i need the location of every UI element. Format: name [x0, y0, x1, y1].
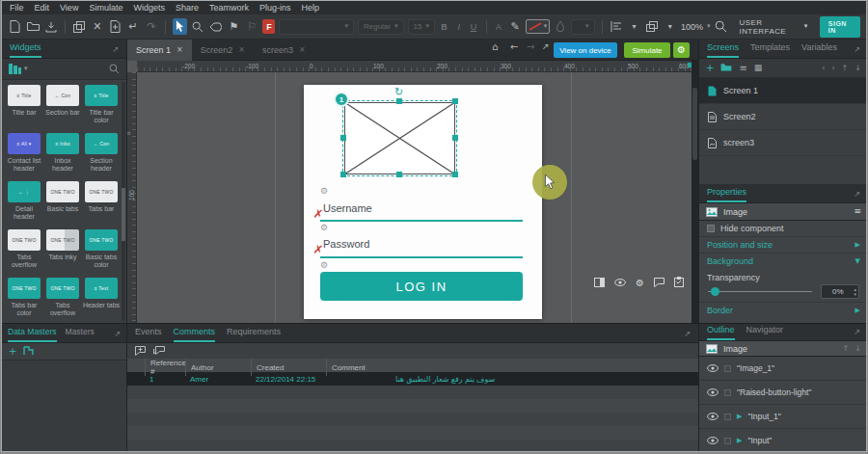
widget-item[interactable]: ≡ InboInbox header	[43, 130, 82, 178]
login-button[interactable]: LOG IN	[320, 272, 523, 301]
hide-component-checkbox[interactable]	[707, 225, 715, 232]
tab-screens[interactable]: Screens	[707, 42, 739, 58]
widgets-scrollbar[interactable]	[122, 82, 125, 321]
font-badge-icon[interactable]: F	[262, 19, 275, 34]
sign-in-button[interactable]: SIGN IN	[820, 16, 860, 38]
requirements-clipboard-icon[interactable]	[674, 277, 684, 289]
simulate-settings-button[interactable]: ⚙	[673, 42, 690, 58]
duplicate-icon[interactable]	[72, 18, 87, 35]
resize-handle-ne[interactable]	[452, 98, 458, 104]
tab-screen-2[interactable]: Screen2×	[192, 40, 254, 61]
password-field[interactable]: Password	[323, 238, 369, 250]
tab-outline[interactable]: Outline	[707, 325, 735, 340]
open-folder-icon[interactable]	[26, 18, 41, 35]
widget-category-select[interactable]: ▾	[9, 64, 28, 74]
fill-color-icon[interactable]	[554, 18, 568, 35]
italic-button[interactable]: I	[453, 19, 464, 34]
resize-handle-w[interactable]	[340, 135, 346, 141]
text-color-button[interactable]: A	[493, 19, 503, 34]
widget-item[interactable]: ONE TWOTabs overflow	[5, 227, 43, 275]
delete-icon[interactable]: ✕	[91, 18, 105, 35]
prev-screen-icon[interactable]: ‹	[822, 65, 825, 72]
arrange-caret-icon[interactable]: ▾	[663, 18, 677, 35]
tab-templates[interactable]: Templates	[750, 42, 790, 58]
comment-row[interactable]: 1 Amer 22/12/2014 22:15 سوف يتم رفع شعار…	[127, 372, 698, 386]
home-icon[interactable]: ⌂	[492, 42, 498, 52]
widget-item[interactable]: ONE TWOTabs inky	[43, 227, 82, 275]
resize-handle-s[interactable]	[396, 172, 402, 177]
outline-item[interactable]: ▶ "Input"	[699, 429, 867, 452]
add-folder-button[interactable]	[720, 63, 732, 73]
widget-item[interactable]: ← ConSection bar	[43, 82, 82, 130]
search-icon[interactable]	[715, 18, 728, 35]
move-down-icon[interactable]: ↓	[854, 65, 861, 72]
back-icon[interactable]: ←	[510, 42, 518, 52]
section-background[interactable]: Background ▼	[699, 253, 867, 269]
outline-item[interactable]: ▶ "Input_1"	[699, 405, 867, 429]
show-comments-icon[interactable]	[153, 342, 165, 360]
zoom-level-select[interactable]: 100% ▾	[681, 22, 711, 32]
eraser-icon[interactable]	[208, 18, 223, 35]
zoom-tool-icon[interactable]	[191, 18, 205, 35]
widget-item[interactable]: ONE TWOTabs overflow	[43, 275, 82, 323]
expand-item-icon[interactable]: ▶	[737, 414, 742, 420]
section-position-and-size[interactable]: Position and size ▶	[699, 236, 867, 253]
widget-item[interactable]: ≡ TitleTitle bar color	[82, 82, 121, 130]
tab-variables[interactable]: Variables	[801, 42, 837, 58]
menu-edit[interactable]: Edit	[35, 3, 50, 13]
resize-handle-e[interactable]	[452, 135, 458, 141]
tab-events[interactable]: Events	[135, 327, 162, 342]
resize-handle-sw[interactable]	[340, 172, 346, 177]
rotate-handle-icon[interactable]: ↻	[394, 87, 403, 97]
tab-navigator[interactable]: Navigator	[746, 325, 784, 340]
menu-plugins[interactable]: Plug-ins	[259, 3, 291, 13]
widget-item[interactable]: ← ConSection header	[82, 130, 121, 178]
component-menu-icon[interactable]: ≡	[854, 207, 861, 216]
widget-item[interactable]: ≡ TextHeader tabs	[82, 275, 121, 323]
screen-list-item[interactable]: screen3	[699, 130, 867, 156]
close-tab-icon[interactable]: ×	[299, 46, 306, 54]
tab-data-masters[interactable]: Data Masters	[8, 327, 57, 342]
shared-flag-icon[interactable]: ⚐	[245, 18, 259, 35]
canvas-vertical-scrollbar[interactable]	[692, 61, 698, 323]
eye-icon[interactable]	[614, 278, 626, 288]
fill-color-select[interactable]: ▾	[571, 19, 594, 35]
screen-list-item[interactable]: Screen 1	[699, 78, 867, 104]
popout-icon[interactable]: ↗	[542, 42, 550, 51]
tab-requirements[interactable]: Requirements	[227, 327, 281, 342]
menu-view[interactable]: View	[60, 3, 78, 13]
list-view-icon[interactable]: ≡	[739, 64, 746, 73]
next-screen-icon[interactable]: ›	[831, 65, 834, 72]
bold-button[interactable]: B	[439, 19, 449, 34]
outline-item[interactable]: "Image_1"	[699, 357, 867, 381]
add-screen-button[interactable]: +	[706, 64, 714, 73]
add-data-master-button[interactable]: +	[9, 347, 16, 357]
tab-comments[interactable]: Comments	[174, 327, 216, 342]
section-border[interactable]: Border ▶	[699, 302, 867, 318]
save-icon[interactable]	[43, 18, 58, 35]
gear-icon[interactable]: ⚙	[636, 279, 644, 288]
resize-handle-n[interactable]	[396, 98, 402, 104]
transparency-slider-track[interactable]	[708, 291, 812, 292]
menu-widgets[interactable]: Widgets	[133, 3, 165, 13]
expand-panel-icon[interactable]: ↗	[854, 46, 860, 58]
data-master-icon[interactable]	[23, 346, 34, 358]
gear-icon[interactable]: ⚙	[320, 261, 328, 270]
image-placeholder[interactable]: ↻ 1	[344, 102, 455, 174]
arrange-tool-icon[interactable]	[645, 18, 660, 35]
expand-panel-icon[interactable]: ↗	[684, 331, 691, 342]
widget-item[interactable]: ≡ All ▾Contact list header	[5, 130, 43, 178]
view-on-device-button[interactable]: View on device	[554, 42, 617, 58]
close-tab-icon[interactable]: ×	[176, 46, 183, 54]
publish-flag-icon[interactable]: ⚑	[227, 18, 241, 35]
spin-down-icon[interactable]: ▾	[854, 292, 856, 297]
redo-icon[interactable]: ↷	[145, 18, 159, 35]
expand-panel-icon[interactable]: ↗	[114, 331, 121, 342]
underline-button[interactable]: U	[468, 19, 478, 34]
widget-item[interactable]: ONE TWOTabs bar	[82, 178, 121, 227]
screen-list-item[interactable]: Screen2	[699, 104, 867, 130]
expand-panel-icon[interactable]: ↗	[854, 191, 860, 202]
align-tool-icon[interactable]	[609, 18, 623, 35]
close-tab-icon[interactable]: ×	[238, 46, 245, 54]
pencil-stroke-icon[interactable]: ✎	[508, 18, 523, 35]
